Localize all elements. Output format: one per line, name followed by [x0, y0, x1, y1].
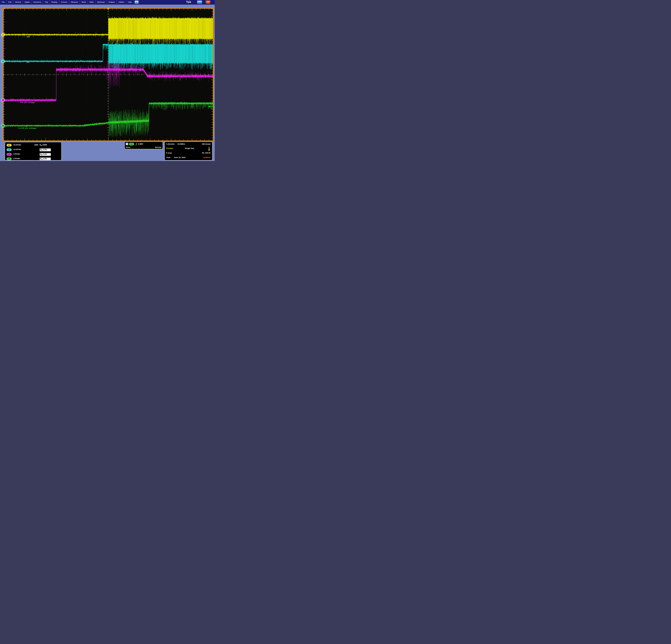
resolution: 100.0ns/pt	[202, 143, 211, 145]
channel3-reference-marker[interactable]: 3	[1, 99, 5, 102]
chevron-down-icon: ▼	[136, 1, 137, 3]
channel4-reference-marker[interactable]: 4	[1, 124, 5, 127]
menu-item-help[interactable]: Help	[126, 0, 134, 4]
close-button[interactable]: X	[206, 1, 211, 4]
trace-label-fb: FB pin voltage	[20, 101, 35, 103]
c2-bandwidth: BW:1.0G	[40, 149, 51, 151]
c1-coupling: 1MΩ	[34, 144, 38, 146]
menu-item-horiz-acq[interactable]: Horiz/Acq	[31, 0, 43, 4]
trigger-coupling: Normal	[155, 146, 161, 148]
menu-bar: FileEditVerticalDigitalHoriz/AcqTrigDisp…	[0, 0, 215, 4]
menu-item-analyze[interactable]: Analyze	[107, 0, 117, 4]
channel-badge-c4[interactable]: C4	[7, 157, 12, 160]
minimize-button[interactable]: —	[197, 1, 202, 4]
horizontal-readout-panel[interactable]: 1.0ms/div 10.0MS/s 100.0ns/pt Preview Si…	[164, 141, 213, 160]
trace-label-ho: HO	[27, 36, 30, 38]
acquisition-count: 0 acqs	[166, 152, 172, 154]
trigger-readout-panel[interactable]: A C4 2.92V None Normal	[124, 141, 163, 149]
menu-item-measure[interactable]: Measure	[69, 0, 80, 4]
waveform-canvas	[4, 9, 213, 141]
menu-item-math[interactable]: Math	[88, 0, 96, 4]
run-mode: Single Seq	[185, 147, 194, 149]
channel1-reference-marker[interactable]: 1	[1, 33, 5, 37]
close-icon: X	[207, 1, 209, 3]
menu-item-vertical[interactable]: Vertical	[13, 0, 23, 4]
acq-status: Preview	[166, 147, 173, 149]
channel-badge-c2[interactable]: C2	[7, 149, 12, 151]
menu-item-mask[interactable]: Mask	[80, 0, 88, 4]
menu-item-edit[interactable]: Edit	[7, 0, 13, 4]
minimize-icon: —	[199, 0, 201, 3]
trace-label-lo: LO	[27, 61, 30, 63]
trigger-level: 2.92V	[138, 143, 143, 145]
channel2-reference-marker[interactable]: 2	[1, 60, 5, 63]
trigger-level-arrow[interactable]	[208, 106, 214, 107]
arrow-left-icon	[208, 106, 210, 107]
sample-rate: 10.0MS/s	[177, 143, 185, 145]
c2-scale: 10.0V/div	[13, 149, 21, 151]
c4-scale: 2.0V/div	[13, 157, 20, 159]
channel-badge-c3[interactable]: C3	[7, 153, 12, 156]
menu-item-utilities[interactable]: Utilities	[117, 0, 126, 4]
menu-items: FileEditVerticalDigitalHoriz/AcqTrigDisp…	[0, 0, 134, 4]
menu-item-trig[interactable]: Trig	[43, 0, 50, 4]
trigger-bus-badge: A	[126, 143, 128, 145]
menu-item-cursors[interactable]: Cursors	[59, 0, 69, 4]
c3-scale: 3.0V/div	[13, 153, 20, 155]
c3-bandwidth: BW:1.0G	[40, 153, 51, 156]
menu-item-digital[interactable]: Digital	[23, 0, 31, 4]
timebase: 1.0ms/div	[166, 143, 175, 145]
menu-item-myscope[interactable]: MyScope	[96, 0, 106, 4]
oscilloscope-app-window: FileEditVerticalDigitalHoriz/AcqTrigDisp…	[0, 0, 215, 161]
temperature-icon	[208, 147, 210, 151]
record-length: RL:100.0k	[202, 152, 211, 154]
trace-label-llss: LL/SS pin voltage	[18, 127, 36, 129]
tek-logo: Tek	[186, 0, 194, 4]
channel-badge-c1[interactable]: C1	[7, 144, 12, 146]
trigger-position-marker[interactable]	[107, 8, 110, 10]
waveform-display: HO LO FB pin voltage LL/SS pin voltage	[2, 8, 214, 142]
channel-readout-panel[interactable]: C1 10.0V/div 1MΩ BW:200M C2 10.0V/div BW…	[5, 142, 62, 160]
date: June 16, 2022	[174, 156, 186, 158]
menu-item-file[interactable]: File	[0, 0, 7, 4]
rising-edge-icon	[136, 143, 137, 145]
menu-item-display[interactable]: Display	[50, 0, 59, 4]
trigger-mode-auto: Auto	[166, 156, 170, 158]
trigger-mode: None	[126, 146, 130, 148]
clock: 15:05:07	[203, 156, 211, 158]
menu-dropdown-button[interactable]: ▼	[135, 1, 139, 4]
c1-bandwidth: BW:200M	[40, 144, 51, 147]
trigger-source-badge[interactable]: C4	[129, 143, 134, 145]
c1-scale: 10.0V/div	[13, 144, 21, 146]
c4-bandwidth: BW:1.0G	[40, 157, 51, 160]
